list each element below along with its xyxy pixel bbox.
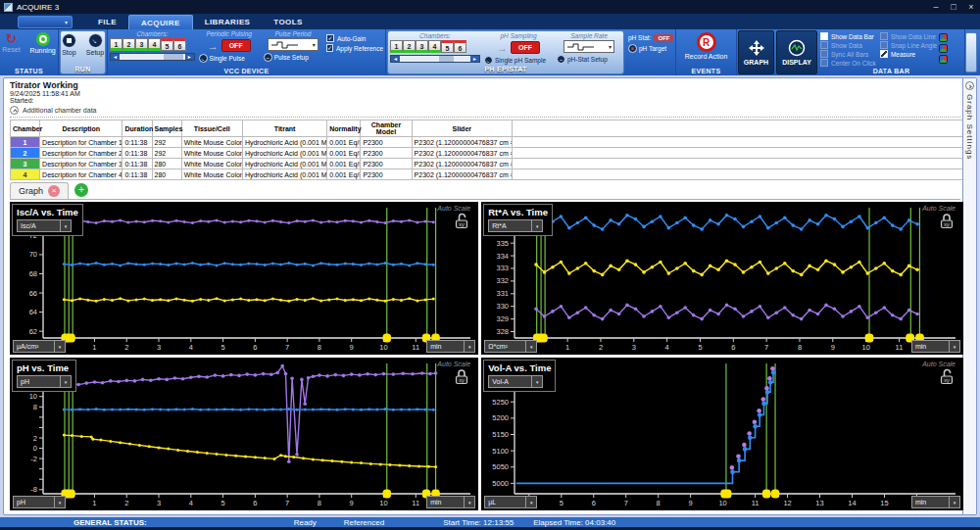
maximize-button[interactable]: □: [945, 0, 962, 14]
ph-sampling-off-button[interactable]: OFF: [511, 41, 540, 54]
chamber-button-6[interactable]: 6: [454, 40, 466, 53]
chamber-button-5[interactable]: 5: [441, 40, 454, 53]
chart-time-unit-select[interactable]: min▾: [911, 496, 960, 508]
chart-time-unit-select[interactable]: min▾: [911, 340, 960, 353]
chamber-cell: 3: [11, 159, 40, 169]
additional-chamber-data-expander[interactable]: Additional chamber data: [10, 105, 960, 118]
chamber-button-6[interactable]: 6: [173, 38, 186, 51]
chamber-button-4[interactable]: 4: [148, 38, 161, 51]
chart-value-select[interactable]: pH▾: [17, 375, 72, 388]
vcc-chambers-scrollbar[interactable]: ◄ ►: [110, 53, 195, 61]
ph-target-button[interactable]: pH Target: [628, 44, 673, 53]
lock-open-icon[interactable]: xy: [453, 212, 470, 229]
databar-checkbox-show-data-bar[interactable]: Show Data Bar: [820, 32, 876, 40]
model-cell: P2300: [361, 169, 412, 180]
menu-tab-tools[interactable]: TOOLS: [262, 15, 314, 29]
chamber-button-3[interactable]: 3: [416, 40, 428, 53]
chart-vola[interactable]: Vol-A vs. TimeVol-A▾Auto ScalexyµL▾min▾5…: [481, 358, 963, 510]
reset-button[interactable]: ↻ Reset: [0, 30, 24, 68]
close-tab-icon[interactable]: ×: [48, 185, 60, 197]
display-tile-button[interactable]: DISPLAY: [776, 30, 817, 74]
scroll-right-icon[interactable]: ►: [470, 56, 479, 62]
titrant-cell: Hydrochloric Acid (0.001 M): [242, 169, 326, 180]
titrant-cell: Hydrochloric Acid (0.001 M): [242, 148, 326, 159]
menu-tab-file[interactable]: FILE: [86, 15, 128, 29]
svg-text:2: 2: [33, 434, 37, 443]
databar-tool-icon[interactable]: [939, 44, 948, 53]
tissue-cell: White Mouse Colon: [181, 169, 242, 180]
chart-unit-select[interactable]: µA/cm²▾: [13, 340, 66, 353]
databar-tool-icon[interactable]: [939, 55, 948, 64]
chart-isc[interactable]: Isc/A vs. TimeIsc/A▾Auto ScalexyµA/cm²▾m…: [10, 202, 478, 355]
window-title: ACQUIRE 3: [17, 3, 59, 12]
pulse-period-select[interactable]: ▾: [268, 38, 318, 51]
databar-checkbox-measure[interactable]: Measure: [880, 50, 937, 58]
svg-text:4: 4: [665, 343, 669, 352]
svg-text:11: 11: [412, 343, 419, 352]
menu-tab-acquire[interactable]: ACQUIRE: [128, 15, 193, 29]
chamber-button-1[interactable]: 1: [390, 40, 403, 53]
chart-unit-select[interactable]: Ω*cm²▾: [484, 340, 537, 353]
svg-text:10: 10: [379, 499, 387, 507]
record-action-button[interactable]: R Record Action: [682, 30, 731, 68]
chart-value-select[interactable]: Rt*A▾: [488, 219, 543, 232]
sample-rate-select[interactable]: ▾: [564, 40, 614, 53]
model-cell: P2300: [361, 137, 412, 148]
graph-tile-button[interactable]: GRAPH: [738, 30, 774, 74]
chamber-button-5[interactable]: 5: [161, 38, 173, 51]
apply-reference-checkbox[interactable]: ✓ Apply Reference: [326, 44, 383, 52]
menu-tab-libraries[interactable]: LIBRARIES: [193, 15, 263, 29]
column-header-Samples: Samples: [152, 120, 181, 137]
table-row[interactable]: 1Description for Chamber 10:11:38292Whit…: [11, 137, 975, 148]
close-button[interactable]: ×: [962, 0, 980, 14]
chart-time-unit-select[interactable]: min▾: [426, 496, 475, 508]
graph-settings-panel[interactable]: Graph Settings: [962, 78, 976, 514]
pulse-period-block: Pulse Period ▾ ~ Pulse Setup: [264, 30, 322, 68]
app-menu-button[interactable]: ▾: [18, 16, 73, 28]
scroll-left-icon[interactable]: ◄: [391, 56, 400, 62]
scroll-right-icon[interactable]: ►: [185, 54, 194, 60]
chamber-cell: 4: [11, 169, 40, 180]
tab-graph[interactable]: Graph ×: [10, 182, 69, 199]
table-row[interactable]: 3Description for Chamber 30:11:38280Whit…: [11, 159, 975, 169]
lock-closed-icon[interactable]: xy: [938, 212, 956, 229]
scroll-left-icon[interactable]: ◄: [111, 54, 120, 60]
table-row[interactable]: 2Description for Chamber 20:11:38292Whit…: [11, 148, 975, 159]
table-row[interactable]: 4Description for Chamber 40:11:38280Whit…: [11, 169, 975, 180]
running-button[interactable]: Running: [27, 30, 59, 68]
svg-text:xy: xy: [459, 377, 465, 383]
lock-open-icon[interactable]: xy: [938, 367, 956, 385]
chamber-button-4[interactable]: 4: [428, 40, 441, 53]
chamber-button-2[interactable]: 2: [122, 38, 135, 51]
chamber-button-3[interactable]: 3: [135, 38, 148, 51]
svg-text:5150: 5150: [493, 430, 510, 439]
ph-stat-setup-button[interactable]: ~ pH-Stat Setup: [557, 55, 621, 64]
chart-value-select[interactable]: Isc/A▾: [17, 219, 72, 232]
ph-chambers-scrollbar[interactable]: ◄ ►: [390, 55, 480, 63]
chart-unit-select[interactable]: pH▾: [13, 496, 66, 508]
status-start-time: Start Time: 12:13:55: [443, 518, 514, 527]
chart-rta[interactable]: Rt*A vs. TimeRt*A▾Auto ScalexyΩ*cm²▾min▾…: [481, 202, 963, 355]
ribbon-empty-panel: [965, 32, 977, 72]
lock-closed-icon[interactable]: xy: [453, 367, 470, 385]
add-graph-button[interactable]: +: [74, 183, 88, 197]
chart-time-unit-select[interactable]: min▾: [426, 340, 475, 353]
single-pulse-button[interactable]: → Single Pulse: [199, 54, 260, 63]
svg-text:64: 64: [29, 308, 37, 316]
chart-ph[interactable]: pH vs. TimepH▾Auto ScalexypH▾min▾-8-2028…: [10, 358, 478, 510]
auto-gain-checkbox[interactable]: ✓ Auto-Gain: [326, 34, 383, 42]
svg-text:15: 15: [881, 499, 889, 507]
chart-value-select[interactable]: Vol-A▾: [488, 375, 543, 388]
single-ph-sample-button[interactable]: → Single pH Sample: [484, 56, 553, 65]
setup-button[interactable]: → Setup: [83, 31, 107, 66]
periodic-pulsing-off-button[interactable]: OFF: [221, 39, 251, 52]
chevron-down-icon: ▾: [60, 220, 71, 231]
auto-scale-label: Auto Scale: [437, 361, 470, 367]
minimize-button[interactable]: –: [927, 0, 945, 14]
chamber-button-2[interactable]: 2: [403, 40, 416, 53]
stop-button[interactable]: Stop: [59, 31, 79, 66]
databar-tool-icon[interactable]: [939, 33, 948, 42]
pulse-setup-button[interactable]: ~ Pulse Setup: [264, 53, 322, 62]
chamber-button-1[interactable]: 1: [110, 38, 122, 51]
chart-unit-select[interactable]: µL▾: [484, 496, 537, 508]
